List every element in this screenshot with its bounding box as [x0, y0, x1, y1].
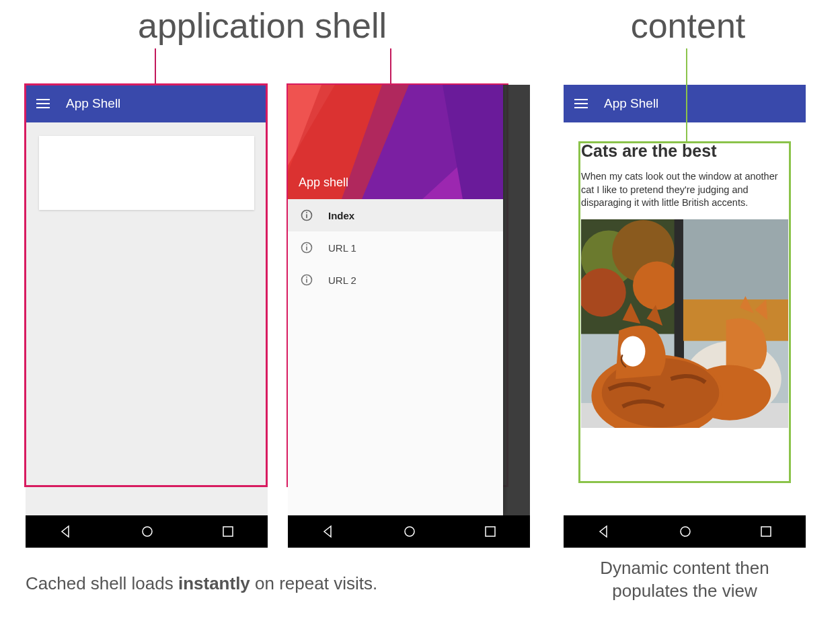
placeholder-card: [39, 136, 254, 210]
label-application-shell: application shell: [87, 5, 437, 46]
app-bar: App Shell: [26, 85, 268, 122]
connector-line: [686, 48, 687, 143]
connector-line: [390, 48, 391, 83]
svg-point-20: [633, 261, 681, 309]
app-bar-title: App Shell: [604, 96, 658, 111]
article-body: When my cats look out the window at anot…: [581, 170, 788, 210]
content-area: [26, 136, 268, 515]
caption-content: Dynamic content then populates the view: [564, 557, 806, 603]
svg-rect-11: [306, 244, 307, 246]
svg-rect-22: [683, 219, 788, 299]
drawer-item-label: URL 1: [328, 242, 356, 254]
article-image: [581, 219, 788, 428]
android-nav-bar: [26, 515, 268, 548]
drawer-item-url1[interactable]: URL 1: [288, 231, 503, 264]
nav-home-icon[interactable]: [403, 525, 416, 538]
info-icon: [300, 241, 313, 254]
content-area: Cats are the best When my cats look out …: [564, 122, 806, 515]
drawer-header: App shell: [288, 85, 503, 199]
nav-home-icon[interactable]: [141, 525, 154, 538]
svg-point-38: [681, 527, 690, 536]
label-content: content: [611, 5, 765, 46]
info-icon: [300, 273, 313, 287]
svg-rect-13: [306, 279, 307, 283]
phone-mock-shell-empty: App Shell: [26, 85, 268, 515]
android-nav-bar: [564, 515, 806, 548]
drawer-scrim[interactable]: [503, 85, 530, 515]
drawer-title: App shell: [299, 176, 348, 190]
nav-back-icon[interactable]: [321, 525, 335, 538]
nav-recent-icon[interactable]: [222, 525, 234, 538]
svg-rect-8: [306, 212, 307, 213]
article-title: Cats are the best: [581, 141, 788, 161]
hamburger-icon[interactable]: [36, 99, 50, 108]
hamburger-icon[interactable]: [574, 99, 588, 108]
svg-point-33: [621, 336, 646, 366]
android-nav-bar: [288, 515, 530, 548]
nav-home-icon[interactable]: [679, 525, 692, 538]
phone-mock-content: App Shell Cats are the best When my cats…: [564, 85, 806, 515]
svg-rect-37: [486, 527, 495, 536]
svg-rect-35: [223, 527, 233, 536]
nav-back-icon[interactable]: [597, 525, 611, 538]
info-icon: [300, 209, 313, 222]
svg-rect-39: [761, 527, 771, 536]
navigation-drawer: App shell Index URL 1 URL 2: [288, 85, 503, 515]
caption-shell: Cached shell loads instantly on repeat v…: [26, 573, 496, 594]
app-bar: App Shell: [564, 85, 806, 122]
svg-point-36: [405, 527, 414, 536]
drawer-item-label: Index: [328, 210, 354, 221]
nav-recent-icon[interactable]: [484, 525, 496, 538]
nav-back-icon[interactable]: [59, 525, 73, 538]
svg-rect-14: [306, 277, 307, 278]
drawer-item-index[interactable]: Index: [288, 199, 503, 231]
drawer-item-label: URL 2: [328, 275, 356, 286]
connector-line: [155, 48, 156, 83]
phone-mock-shell-drawer: App shell Index URL 1 URL 2: [288, 85, 530, 515]
svg-point-34: [143, 527, 152, 536]
app-bar-title: App Shell: [66, 96, 120, 111]
svg-rect-7: [306, 214, 307, 218]
article: Cats are the best When my cats look out …: [564, 122, 806, 447]
svg-rect-10: [306, 246, 307, 250]
drawer-item-url2[interactable]: URL 2: [288, 264, 503, 296]
nav-recent-icon[interactable]: [760, 525, 772, 538]
